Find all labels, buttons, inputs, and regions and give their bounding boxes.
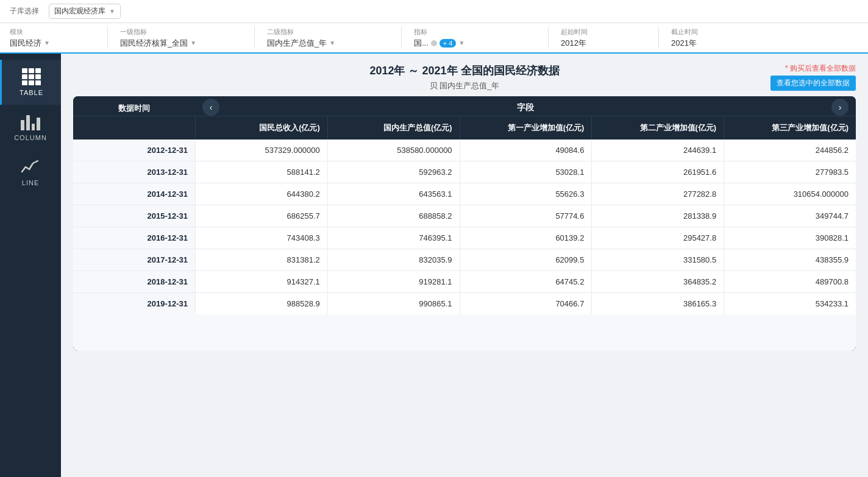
- start-value: 2012年: [561, 38, 586, 49]
- chevron-down-icon: ▼: [329, 40, 335, 46]
- th-date: [73, 116, 195, 140]
- start-select[interactable]: 2012年: [561, 38, 646, 49]
- level1-label: 一级指标: [120, 27, 242, 37]
- td-value: 537329.000000: [195, 140, 327, 161]
- top-bar: 子库选择 国内宏观经济库 ▼: [0, 0, 868, 23]
- td-value: 244856.2: [724, 140, 856, 161]
- td-date: 2017-12-31: [73, 249, 195, 270]
- sidebar-item-line[interactable]: LINE: [0, 150, 61, 195]
- table-icon-cell: [35, 74, 41, 79]
- td-date: 2019-12-31: [73, 293, 195, 314]
- th-col-4: 第三产业增加值(亿元): [724, 116, 856, 140]
- td-value: 55626.3: [460, 183, 592, 205]
- table-icon-cell: [29, 68, 34, 73]
- dot-icon: [431, 40, 437, 46]
- td-value: 588141.2: [195, 161, 327, 183]
- end-select[interactable]: 2021年: [671, 38, 756, 49]
- td-value: 746395.1: [327, 227, 460, 249]
- td-value: 310654.000000: [724, 183, 856, 205]
- td-value: 438355.9: [724, 249, 856, 270]
- table-icon-cell: [22, 74, 27, 79]
- table-body: 2012-12-31537329.000000538580.0000004908…: [73, 140, 856, 314]
- page-header: 2012年 ～ 2021年 全国的国民经济数据 贝 国内生产总值_年 * 购买后…: [73, 63, 856, 91]
- indicator-select[interactable]: 国... + 4 ▼: [414, 38, 536, 49]
- td-value: 534233.1: [724, 293, 856, 314]
- td-value: 277282.8: [591, 183, 724, 205]
- view-all-button[interactable]: 查看您选中的全部数据: [770, 76, 856, 91]
- sidebar: TABLE COLUMN LINE: [0, 54, 61, 477]
- td-value: 832035.9: [327, 249, 460, 270]
- indicator-label: 指标: [414, 27, 536, 37]
- level2-select[interactable]: 国内生产总值_年 ▼: [267, 38, 389, 49]
- td-value: 743408.3: [195, 227, 327, 249]
- sidebar-item-label: LINE: [22, 179, 39, 186]
- td-value: 831381.2: [195, 249, 327, 270]
- table-icon-cell: [35, 68, 41, 73]
- table-row: 2017-12-31831381.2832035.962099.5331580.…: [73, 249, 856, 271]
- td-value: 914327.1: [195, 271, 327, 292]
- next-fields-button[interactable]: ›: [831, 99, 848, 116]
- td-value: 281338.9: [591, 205, 724, 227]
- indicator-filter: 指标 国... + 4 ▼: [414, 27, 548, 49]
- table-icon: [22, 68, 41, 85]
- sidebar-item-label: TABLE: [20, 89, 43, 96]
- indicator-plus-badge: + 4: [439, 39, 457, 48]
- chevron-down-icon: ▼: [458, 40, 464, 46]
- td-value: 686255.7: [195, 205, 327, 227]
- library-value: 国内宏观经济库: [54, 6, 105, 16]
- filter-divider: [107, 27, 108, 49]
- library-select[interactable]: 国内宏观经济库 ▼: [49, 4, 121, 19]
- end-value: 2021年: [671, 38, 697, 49]
- end-time-filter: 截止时间 2021年: [671, 27, 769, 49]
- td-value: 489700.8: [724, 271, 856, 292]
- table-row: 2019-12-31988528.9990865.170466.7386165.…: [73, 293, 856, 314]
- td-value: 57774.6: [460, 205, 592, 227]
- filter-divider: [658, 27, 659, 49]
- td-value: 53028.1: [460, 161, 592, 183]
- th-col-1: 国内生产总值(亿元): [327, 116, 460, 140]
- th-col-2: 第一产业增加值(亿元): [460, 116, 592, 140]
- line-chart-icon: [21, 158, 40, 175]
- table-row: 2018-12-31914327.1919281.164745.2364835.…: [73, 271, 856, 293]
- td-date: 2013-12-31: [73, 161, 195, 183]
- level1-select[interactable]: 国民经济核算_全国 ▼: [120, 38, 242, 49]
- table-row: 2015-12-31686255.7688858.257774.6281338.…: [73, 205, 856, 227]
- table-row: 2014-12-31644380.2643563.155626.3277282.…: [73, 183, 856, 205]
- table-row: 2016-12-31743408.3746395.160139.2295427.…: [73, 227, 856, 249]
- td-value: 295427.8: [591, 227, 724, 249]
- table-row: 2012-12-31537329.000000538580.0000004908…: [73, 140, 856, 161]
- td-value: 988528.9: [195, 293, 327, 314]
- td-value: 643563.1: [327, 183, 460, 205]
- chevron-down-icon: ▼: [44, 40, 50, 46]
- th-col-3: 第二产业增加值(亿元): [591, 116, 724, 140]
- filter-bar: 模块 国民经济 ▼ 一级指标 国民经济核算_全国 ▼ 二级指标 国内生产总值_年…: [0, 23, 868, 54]
- td-value: 538580.000000: [327, 140, 460, 161]
- td-value: 62099.5: [460, 249, 592, 270]
- module-value: 国民经济: [10, 38, 41, 49]
- fields-label: 字段: [517, 102, 534, 113]
- filter-divider: [254, 27, 255, 49]
- sidebar-item-column[interactable]: COLUMN: [0, 105, 61, 150]
- module-label: 模块: [10, 27, 95, 37]
- library-label: 子库选择: [10, 6, 39, 16]
- td-date: 2015-12-31: [73, 205, 195, 227]
- col-bar: [32, 124, 35, 130]
- table-icon-cell: [35, 80, 41, 85]
- table-footer: [73, 314, 856, 351]
- level1-value: 国民经济核算_全国: [120, 38, 188, 49]
- sidebar-item-table[interactable]: TABLE: [0, 60, 61, 105]
- td-value: 64745.2: [460, 271, 592, 292]
- data-table: 数据时间 ‹ 字段 › 国民总收入(亿元) 国内生产总值(亿元): [73, 96, 856, 351]
- datetime-header: 数据时间: [118, 103, 150, 114]
- td-value: 592963.2: [327, 161, 460, 183]
- end-label: 截止时间: [671, 27, 756, 37]
- col-bar: [21, 120, 24, 130]
- prev-fields-button[interactable]: ‹: [202, 99, 219, 116]
- module-select[interactable]: 国民经济 ▼: [10, 38, 95, 49]
- col-bar: [37, 118, 40, 130]
- td-value: 364835.2: [591, 271, 724, 292]
- table-icon-cell: [22, 80, 27, 85]
- td-value: 277983.5: [724, 161, 856, 183]
- level1-filter: 一级指标 国民经济核算_全国 ▼: [120, 27, 254, 49]
- start-label: 起始时间: [561, 27, 646, 37]
